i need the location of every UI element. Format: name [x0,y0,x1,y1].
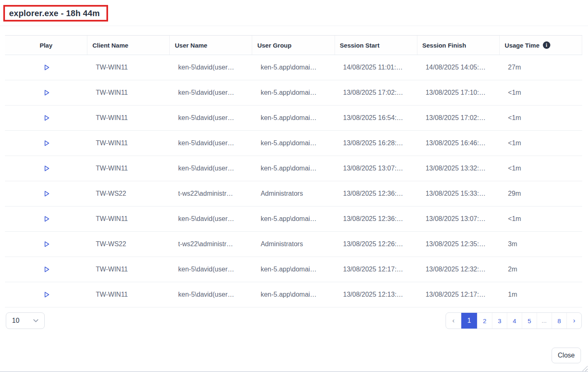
modal-footer: Close [0,348,588,363]
user-name-cell: ken-5\david(user… [170,131,252,156]
info-icon[interactable]: i [543,41,550,49]
client-name-cell: TW-WIN11 [87,106,170,130]
session-start-cell: 13/08/2025 12:13:… [335,282,417,307]
play-button[interactable] [41,264,52,275]
client-name-cell: TW-WIN11 [87,80,170,105]
play-cell [5,80,87,105]
pager-prev-button[interactable]: ‹ [446,313,461,329]
session-start-cell: 13/08/2025 12:36:… [335,181,417,206]
play-button[interactable] [41,87,52,98]
table-body: TW-WIN11 ken-5\david(user… ken-5.app\dom… [5,55,582,307]
pager: ‹ 12345…8› [446,312,582,329]
column-header-session-finish: Session Finish [417,36,500,55]
page-size-value: 10 [12,317,19,324]
play-cell [5,257,87,282]
play-cell [5,106,87,130]
pager-next-button[interactable]: › [566,313,581,329]
play-icon [42,114,51,122]
play-button[interactable] [41,62,52,73]
pager-page-3[interactable]: 3 [492,313,507,329]
play-cell [5,181,87,206]
play-button[interactable] [41,213,52,225]
user-name-cell: ken-5\david(user… [170,55,252,80]
play-cell [5,206,87,231]
usage-time-cell: <1m [500,80,582,105]
play-icon [42,240,51,248]
sessions-table: Play Client Name User Name User Group Se… [5,35,582,307]
session-finish-cell: 13/08/2025 12:35:… [417,232,500,257]
play-button[interactable] [41,289,52,300]
usage-time-cell: 27m [500,55,582,80]
user-group-cell: ken-5.app\domai… [252,55,335,80]
pager-page-1[interactable]: 1 [461,313,477,329]
play-button[interactable] [41,188,52,199]
client-name-cell: TW-WIN11 [87,156,170,181]
session-start-cell: 13/08/2025 12:36:… [335,206,417,231]
column-header-play: Play [5,36,87,55]
pager-page-8[interactable]: 8 [552,313,566,329]
usage-time-cell: 3m [500,232,582,257]
usage-time-cell: 2m [500,257,582,282]
play-cell [5,156,87,181]
session-finish-cell: 13/08/2025 17:02:… [417,106,500,130]
table-row: TW-WIN11 ken-5\david(user… ken-5.app\dom… [5,156,582,181]
usage-time-cell: <1m [500,131,582,156]
play-cell [5,282,87,307]
user-name-cell: ken-5\david(user… [170,257,252,282]
play-icon [42,290,51,299]
play-button[interactable] [41,137,52,149]
usage-time-cell: 1m [500,282,582,307]
session-finish-cell: 13/08/2025 12:32:… [417,257,500,282]
usage-time-cell: <1m [500,106,582,130]
user-name-cell: ken-5\david(user… [170,156,252,181]
column-header-client-name: Client Name [87,36,170,55]
pager-ellipsis: … [537,313,552,329]
chevron-down-icon [33,319,39,323]
client-name-cell: TW-WS22 [87,181,170,206]
pagination-bar: 10 ‹ 12345…8› [6,312,582,329]
usage-time-cell: 29m [500,181,582,206]
session-finish-cell: 13/08/2025 12:17:… [417,282,500,307]
table-row: TW-WIN11 ken-5\david(user… ken-5.app\dom… [5,131,582,156]
user-group-cell: ken-5.app\domai… [252,80,335,105]
user-group-cell: Administrators [252,181,335,206]
client-name-cell: TW-WIN11 [87,131,170,156]
title-highlight-box: explorer.exe - 18h 44m [3,5,108,22]
column-header-usage-time: Usage Time i [500,36,582,55]
session-start-cell: 13/08/2025 16:28:… [335,131,417,156]
client-name-cell: TW-WS22 [87,232,170,257]
close-button[interactable]: Close [552,348,581,363]
user-name-cell: ken-5\david(user… [170,80,252,105]
user-group-cell: ken-5.app\domai… [252,206,335,231]
session-finish-cell: 13/08/2025 13:32:… [417,156,500,181]
usage-time-cell: <1m [500,206,582,231]
session-details-modal: explorer.exe - 18h 44m Play Client Name … [0,0,588,372]
session-start-cell: 13/08/2025 17:02:… [335,80,417,105]
table-row: TW-WIN11 ken-5\david(user… ken-5.app\dom… [5,206,582,232]
column-header-user-group: User Group [252,36,335,55]
table-row: TW-WIN11 ken-5\david(user… ken-5.app\dom… [5,257,582,282]
session-start-cell: 14/08/2025 11:01:… [335,55,417,80]
pager-page-2[interactable]: 2 [477,313,492,329]
client-name-cell: TW-WIN11 [87,206,170,231]
session-finish-cell: 13/08/2025 13:07:… [417,206,500,231]
header-divider [0,26,588,26]
user-group-cell: ken-5.app\domai… [252,156,335,181]
pager-page-4[interactable]: 4 [507,313,522,329]
play-cell [5,232,87,257]
pager-page-5[interactable]: 5 [522,313,537,329]
play-cell [5,55,87,80]
play-button[interactable] [41,112,52,124]
page-size-select[interactable]: 10 [6,312,45,329]
play-button[interactable] [41,238,52,250]
resize-handle[interactable] [582,366,588,371]
play-button[interactable] [41,163,52,174]
user-group-cell: ken-5.app\domai… [252,282,335,307]
client-name-cell: TW-WIN11 [87,257,170,282]
page-title: explorer.exe - 18h 44m [9,8,100,19]
session-start-cell: 13/08/2025 12:26:… [335,232,417,257]
play-icon [42,190,51,198]
table-row: TW-WS22 t-ws22\administr… Administrators… [5,232,582,257]
session-start-cell: 13/08/2025 16:54:… [335,106,417,130]
session-finish-cell: 13/08/2025 17:10:… [417,80,500,105]
